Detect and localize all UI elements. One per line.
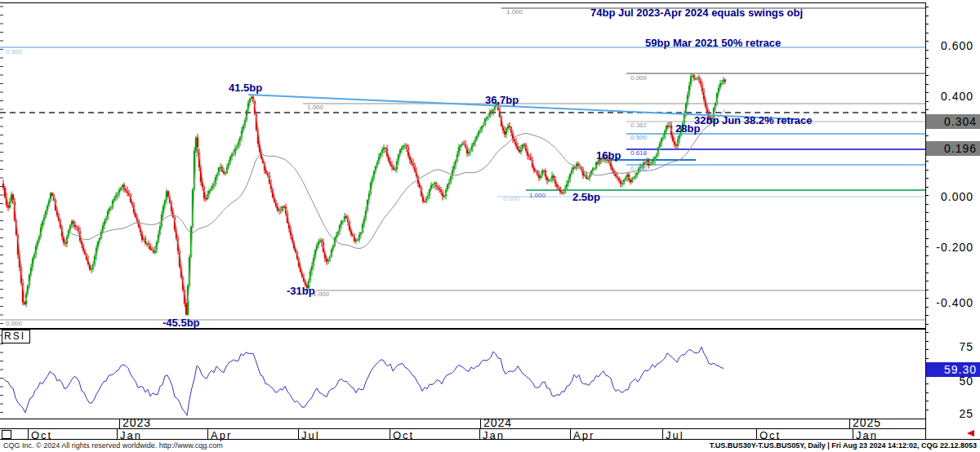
- date-axis-year: 2025: [853, 416, 881, 429]
- price-axis-tick: [925, 401, 929, 401]
- date-axis-month: Oct: [760, 429, 781, 441]
- price-axis-tick: [925, 7, 929, 7]
- fib-level-label: 0.618: [630, 150, 647, 157]
- rsi-line: [3, 347, 724, 415]
- rsi-axis-label: 25: [926, 407, 973, 420]
- fib-level-label: 1.000: [529, 193, 546, 199]
- price-axis-label: -0.200: [926, 241, 973, 254]
- year-cell-tick: [849, 419, 850, 428]
- fib-level-label: 1.000: [506, 9, 523, 16]
- year-cell-tick: [119, 419, 120, 428]
- price-highlight-badge: 0.196: [926, 141, 980, 156]
- price-axis-tick: [925, 358, 929, 359]
- fib-level-label: 1.000: [313, 291, 329, 298]
- month-cell-tick: [479, 429, 480, 439]
- price-axis-tick: [925, 24, 929, 24]
- price-axis-tick: [925, 75, 929, 76]
- price-axis-tick: [925, 324, 929, 325]
- copyright-text: CQG Inc. © 2024 All rights reserved worl…: [3, 441, 223, 450]
- level-28bp[interactable]: 28bp: [675, 122, 700, 135]
- rsi-study-label[interactable]: RSI: [2, 330, 30, 343]
- price-axis-tick: [925, 84, 929, 85]
- fib-level-label: 0.000: [503, 196, 519, 202]
- price-axis-tick: [925, 229, 929, 230]
- fib-level-label: 1.000: [307, 104, 323, 111]
- rsi-value-badge: 59.30: [926, 362, 980, 377]
- date-axis-month: Jul: [666, 429, 684, 441]
- month-cell-tick: [28, 429, 29, 439]
- price-axis-tick: [925, 392, 929, 393]
- price-axis-label: 0.000: [926, 190, 973, 203]
- month-cell-tick: [570, 429, 571, 439]
- date-axis-month: Jan: [120, 429, 142, 441]
- price-axis-tick: [925, 264, 929, 264]
- price-axis-tick: [925, 58, 929, 59]
- date-axis-month: Oct: [393, 429, 414, 441]
- price-axis-tick: [925, 315, 929, 316]
- rsi-axis-label: 75: [926, 340, 973, 353]
- level-neg-31bp[interactable]: -31bp: [287, 285, 315, 297]
- price-axis-label: 0.400: [926, 90, 973, 103]
- month-cell-tick: [207, 429, 208, 439]
- price-axis-tick: [925, 290, 929, 290]
- price-axis-tick: [925, 16, 929, 16]
- price-axis-label: 0.600: [926, 39, 973, 52]
- level-neg-45-5bp[interactable]: -45.5bp: [163, 317, 200, 329]
- price-axis-tick: [925, 178, 929, 179]
- symbol-timestamp-text: T.US.BUS30Y-T.US.BUS05Y, Daily | Fri Aug…: [710, 441, 977, 450]
- price-axis-tick: [925, 33, 929, 33]
- month-cell-tick: [853, 429, 853, 439]
- fib-level-label: 0.500: [6, 49, 22, 55]
- price-axis-tick: [925, 221, 929, 222]
- rsi-chart-canvas[interactable]: [0, 329, 925, 419]
- rsi-left-ticks: [0, 335, 3, 413]
- price-axis-tick: [925, 135, 929, 136]
- price-chart-canvas[interactable]: [0, 0, 925, 329]
- month-cell-tick: [298, 429, 299, 439]
- date-axis-month: Jul: [301, 429, 320, 441]
- retrace-38-2-note[interactable]: 32bp Jun 38.2% retrace: [694, 114, 813, 126]
- price-axis-tick: [925, 273, 929, 273]
- price-highlight-badge: 0.304: [926, 114, 980, 129]
- swings-objective-note[interactable]: 74bp Jul 2023-Apr 2024 equals swings obj: [590, 7, 803, 19]
- price-axis-tick: [925, 161, 929, 162]
- price-axis-tick: [925, 67, 929, 68]
- fib-level-label: 0.000: [6, 321, 22, 327]
- level-36-7bp[interactable]: 36.7bp: [485, 94, 519, 106]
- candles-layer: [2, 73, 726, 316]
- price-axis-tick: [925, 255, 929, 256]
- price-axis-tick: [925, 281, 929, 281]
- price-axis-tick: [925, 332, 929, 333]
- date-axis-month: Jan: [856, 429, 878, 441]
- price-axis-tick: [925, 187, 929, 188]
- fib-level-label: 0.382: [630, 122, 647, 129]
- left-axis-ticks: [0, 7, 3, 324]
- date-axis-month: Apr: [573, 429, 595, 441]
- fib-lines-layer: [0, 8, 925, 320]
- fib-level-label: 0.500: [630, 135, 647, 141]
- fib-level-label: 0.786: [630, 166, 647, 172]
- level-16bp[interactable]: 16bp: [596, 149, 621, 162]
- year-cell-tick: [480, 419, 481, 428]
- date-axis-year: 2024: [483, 416, 512, 429]
- price-axis-label: -0.400: [926, 296, 973, 309]
- date-axis-corner-button[interactable]: [2, 430, 11, 439]
- month-cell-tick: [662, 429, 663, 439]
- date-axis-month: Oct: [31, 429, 52, 441]
- fib-level-label: 0.000: [630, 75, 647, 82]
- price-axis-tick: [925, 170, 929, 171]
- retrace-50-note[interactable]: 59bp Mar 2021 50% retrace: [645, 37, 781, 49]
- cqg-chart-window: RSI 0.6000.4000.000-0.200-0.4000.3040.19…: [0, 0, 980, 452]
- date-axis-year: 2023: [122, 416, 151, 429]
- date-axis-month: Jan: [483, 429, 505, 441]
- price-axis-tick: [925, 109, 929, 110]
- price-axis-tick: [925, 204, 929, 205]
- level-41-5bp[interactable]: 41.5bp: [229, 82, 262, 94]
- price-axis-tick: [925, 238, 929, 239]
- level-2-5bp[interactable]: 2.5bp: [572, 191, 600, 203]
- scroll-left-arrow-icon[interactable]: [967, 430, 974, 436]
- month-cell-tick: [117, 429, 118, 439]
- date-axis-month: Apr: [211, 429, 232, 441]
- price-axis-tick: [925, 212, 929, 213]
- month-cell-tick: [756, 429, 757, 439]
